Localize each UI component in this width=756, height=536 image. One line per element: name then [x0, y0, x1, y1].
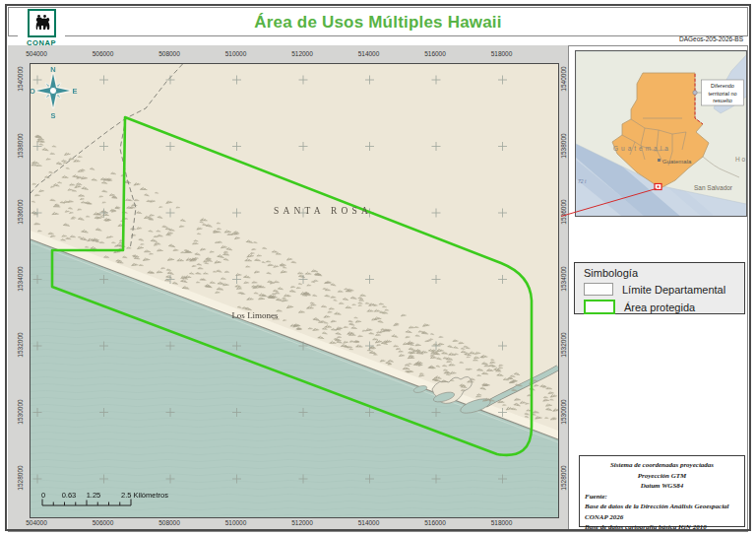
scale-125: 1.25	[87, 491, 101, 500]
axis-label: 1540000	[17, 66, 24, 91]
inset-map: Diferendo territorial no resuelto Guatem…	[575, 50, 747, 217]
jaguar-icon	[32, 14, 51, 33]
note-line-2: territorial no	[708, 91, 736, 97]
credits-line: CONAP 2026	[585, 512, 739, 523]
axis-label: 1528000	[560, 465, 567, 490]
legend-label: Área protegida	[624, 302, 695, 313]
header: Área de Usos Múltiples Hawaii	[8, 7, 748, 36]
axis-label: 514000	[358, 50, 380, 57]
department-label: SANTA ROSA	[274, 206, 372, 216]
conap-logo: CONAP	[18, 9, 65, 45]
axis-label: 518000	[491, 50, 513, 57]
credits-line: Datum WGS84	[585, 481, 739, 492]
credits-source-label: Fuente:	[585, 492, 739, 502]
scale-end: 2.5 Kilómetros	[121, 491, 168, 500]
credits-line: Base de datos cartografía básica IGN 201…	[585, 522, 739, 533]
capital-marker	[658, 159, 661, 162]
axis-label: 1536000	[560, 199, 567, 224]
axis-label: 516000	[424, 50, 446, 57]
axis-label: 1538000	[17, 133, 24, 158]
axis-label: 518000	[491, 519, 513, 526]
scale-063: 0.63	[62, 491, 77, 500]
axis-label: 504000	[26, 519, 47, 526]
departmental-swatch	[584, 283, 613, 296]
town-label: Los Limones	[231, 310, 279, 320]
axis-label: 1532000	[560, 332, 567, 357]
axis-label: 506000	[93, 519, 114, 526]
axis-label: 1530000	[17, 399, 24, 424]
credits-line: Sistema de coordenadas proyectadas	[585, 460, 739, 471]
page-title: Área de Usos Múltiples Hawaii	[9, 8, 747, 37]
country-label: Guatemala	[613, 145, 671, 152]
compass-e: E	[72, 87, 77, 96]
axis-label: 508000	[158, 519, 180, 526]
axis-label: 1530000	[560, 399, 567, 424]
compass-s: S	[50, 111, 55, 120]
credits-line: Base de datos de la Dirección Análisis G…	[585, 502, 739, 512]
capital-label: Guatemala	[662, 159, 692, 165]
axis-label: 510000	[225, 519, 247, 526]
legend-item-protected: Área protegida	[584, 300, 744, 314]
axis-label: 1538000	[560, 133, 567, 158]
san-salvador-label: San Salvador	[694, 184, 733, 191]
axis-label: 1534000	[560, 266, 567, 291]
axis-label: 1528000	[17, 465, 24, 490]
conap-logo-emblem	[28, 9, 56, 37]
conap-logo-text: CONAP	[18, 38, 65, 47]
axis-label: 512000	[291, 50, 313, 57]
axis-label: 1536000	[17, 199, 24, 224]
map-panel: 5040005040005060005060005080005080005100…	[8, 45, 569, 530]
map-frame: SANTA ROSA Los Limones N E S O 0	[30, 63, 559, 518]
axis-label: 504000	[26, 50, 47, 57]
axis-label: 510000	[225, 50, 247, 57]
axis-label: 1534000	[17, 266, 24, 291]
compass-o: O	[31, 87, 35, 96]
legend-label: Límite Departamental	[622, 284, 725, 296]
axis-label: 1540000	[560, 66, 567, 91]
legend-title: Simbología	[584, 267, 744, 279]
document-code: DAGeos-205-2026-BS	[8, 35, 746, 45]
map-sheet: Área de Usos Múltiples Hawaii DAGeos-205…	[0, 0, 756, 536]
compass-n: N	[50, 65, 55, 74]
protected-swatch	[584, 300, 615, 314]
honduras-label-fragment: H o	[735, 156, 746, 163]
legend-item-departmental: Límite Departamental	[584, 283, 744, 296]
axis-label: 512000	[291, 519, 313, 526]
note-anchor-marker	[693, 91, 697, 95]
credits-box: Sistema de coordenadas proyectadas Proye…	[579, 455, 745, 527]
axis-label: 516000	[424, 519, 446, 526]
axis-label: 506000	[93, 50, 114, 57]
scale-0: 0	[41, 491, 45, 500]
locator-box-dot	[658, 186, 660, 188]
axis-label: 514000	[358, 519, 380, 526]
legend: Simbología Límite Departamental Área pro…	[574, 262, 745, 314]
axis-label: 508000	[158, 50, 180, 57]
credits-line: Proyección GTM	[585, 471, 739, 482]
axis-label: 1532000	[17, 332, 24, 357]
depth-label: 72 t	[578, 178, 587, 184]
note-line-3: resuelto	[713, 98, 732, 103]
note-line-1: Diferendo	[711, 83, 734, 89]
main-map: SANTA ROSA Los Limones N E S O 0	[31, 64, 558, 517]
